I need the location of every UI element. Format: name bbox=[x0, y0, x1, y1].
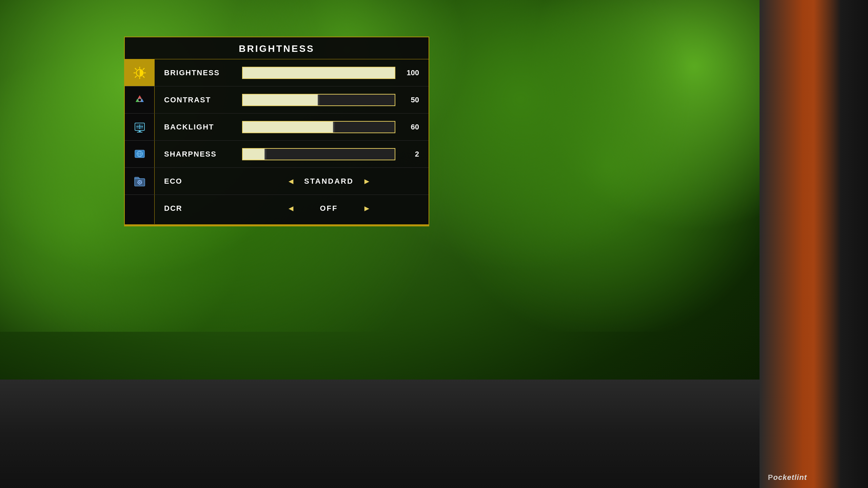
watermark: Pocketlint bbox=[768, 473, 807, 482]
option-eco: ◄ STANDARD ► bbox=[239, 177, 419, 186]
row-backlight[interactable]: BACKLIGHT 60 bbox=[155, 114, 429, 141]
value-sharpness: 2 bbox=[402, 150, 419, 159]
option-dcr: ◄ OFF ► bbox=[239, 204, 419, 213]
row-brightness[interactable]: BRIGHTNESS 100 bbox=[155, 59, 429, 86]
label-eco: ECO bbox=[164, 177, 239, 186]
row-sharpness[interactable]: SHARPNESS 2 bbox=[155, 141, 429, 168]
osd-body: BRIGHTNESS 100 CONTRAST 50 bbox=[125, 59, 429, 224]
sidebar-item-settings[interactable] bbox=[125, 168, 155, 195]
slider-thumb-contrast bbox=[318, 95, 320, 105]
slider-sharpness[interactable] bbox=[242, 148, 395, 160]
svg-line-5 bbox=[143, 76, 144, 78]
label-contrast: CONTRAST bbox=[164, 96, 239, 104]
slider-fill-contrast bbox=[243, 95, 319, 105]
slider-fill-sharpness bbox=[243, 149, 265, 160]
slider-track-backlight bbox=[242, 121, 395, 133]
sidebar-item-brightness[interactable] bbox=[125, 59, 155, 86]
slider-track-contrast bbox=[242, 94, 395, 106]
value-contrast: 50 bbox=[402, 96, 419, 104]
dcr-arrow-left[interactable]: ◄ bbox=[287, 204, 295, 213]
row-dcr[interactable]: DCR ◄ OFF ► bbox=[155, 195, 429, 222]
slider-contrast[interactable] bbox=[242, 94, 395, 106]
brightness-icon bbox=[131, 64, 149, 82]
slider-thumb-sharpness bbox=[264, 149, 267, 160]
settings-icon bbox=[131, 172, 149, 190]
row-eco[interactable]: ECO ◄ STANDARD ► bbox=[155, 168, 429, 195]
watermark-text: Pocketlint bbox=[768, 473, 807, 482]
label-sharpness: SHARPNESS bbox=[164, 150, 239, 159]
svg-rect-30 bbox=[141, 182, 142, 183]
svg-point-26 bbox=[139, 182, 140, 183]
slider-fill-brightness bbox=[243, 67, 395, 78]
svg-line-7 bbox=[135, 76, 137, 78]
osd-title: BRIGHTNESS bbox=[125, 37, 429, 59]
svg-line-4 bbox=[135, 68, 137, 70]
svg-point-9 bbox=[138, 98, 141, 102]
osd-icon bbox=[131, 118, 149, 136]
slider-brightness[interactable] bbox=[242, 67, 395, 79]
svg-rect-28 bbox=[139, 184, 140, 185]
slider-backlight[interactable] bbox=[242, 121, 395, 133]
osd-menu: BRIGHTNESS bbox=[124, 37, 429, 226]
slider-thumb-backlight bbox=[333, 122, 335, 133]
dcr-value: OFF bbox=[302, 204, 356, 213]
contrast-icon bbox=[131, 91, 149, 109]
svg-line-6 bbox=[143, 68, 144, 70]
svg-rect-18 bbox=[139, 130, 141, 132]
svg-rect-29 bbox=[137, 182, 138, 183]
eco-value: STANDARD bbox=[302, 177, 356, 186]
sidebar-item-contrast[interactable] bbox=[125, 86, 155, 114]
label-dcr: DCR bbox=[164, 204, 239, 213]
input-icon bbox=[131, 145, 149, 163]
value-brightness: 100 bbox=[402, 68, 419, 77]
slider-track-brightness bbox=[242, 67, 395, 79]
sidebar-item-input[interactable] bbox=[125, 141, 155, 168]
background-right-dark bbox=[814, 0, 868, 488]
svg-rect-19 bbox=[137, 132, 142, 133]
osd-footer-border bbox=[125, 224, 429, 226]
value-backlight: 60 bbox=[402, 123, 419, 131]
sidebar-item-osd[interactable] bbox=[125, 114, 155, 141]
label-backlight: BACKLIGHT bbox=[164, 123, 239, 131]
slider-track-sharpness bbox=[242, 148, 395, 160]
slider-fill-backlight bbox=[243, 122, 334, 133]
row-contrast[interactable]: CONTRAST 50 bbox=[155, 86, 429, 114]
eco-arrow-left[interactable]: ◄ bbox=[287, 177, 295, 186]
background-dark-bottom bbox=[0, 380, 868, 488]
osd-main-content: BRIGHTNESS 100 CONTRAST 50 bbox=[155, 59, 429, 224]
label-brightness: BRIGHTNESS bbox=[164, 68, 239, 77]
osd-sidebar bbox=[125, 59, 155, 224]
dcr-arrow-right[interactable]: ► bbox=[363, 204, 371, 213]
eco-arrow-right[interactable]: ► bbox=[363, 177, 371, 186]
svg-rect-27 bbox=[139, 180, 140, 181]
